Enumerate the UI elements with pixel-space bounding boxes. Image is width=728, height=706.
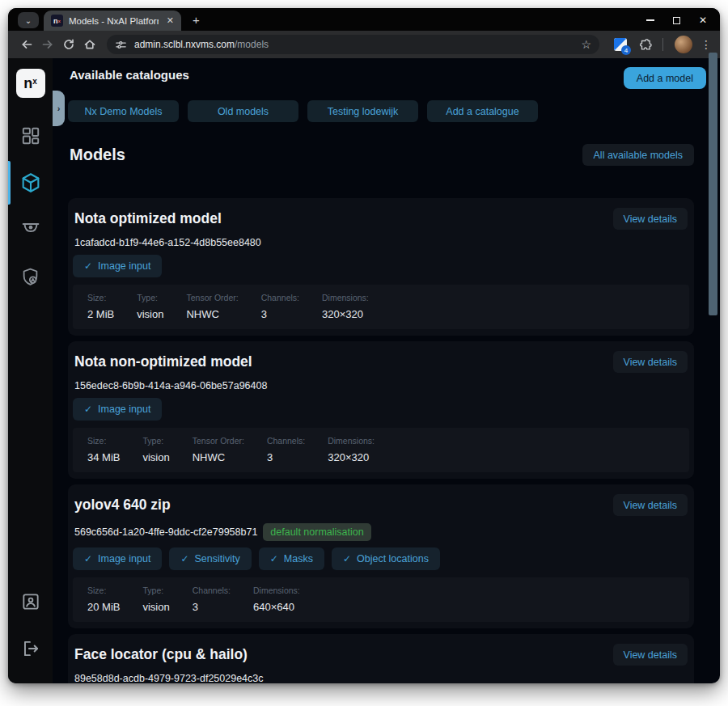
- chip-label: Image input: [98, 260, 150, 272]
- spec-value: 640×640: [253, 601, 300, 613]
- check-icon: ✓: [84, 260, 92, 272]
- spec-label: Type:: [137, 293, 163, 302]
- spec-column: Tensor Order:NHWC: [186, 293, 238, 320]
- catalogue-button[interactable]: Testing lodewijk: [307, 100, 418, 122]
- extension-icon[interactable]: 4: [612, 36, 629, 53]
- model-uuid: 569c656d-1a20-4ffe-9ddc-cf2e79958b71: [74, 526, 257, 538]
- spec-label: Dimensions:: [322, 293, 369, 302]
- window-minimize-button[interactable]: [646, 19, 654, 21]
- spec-label: Type:: [142, 586, 169, 595]
- model-title: yolov4 640 zip: [74, 497, 171, 514]
- extensions-puzzle-icon[interactable]: [635, 34, 656, 55]
- home-icon[interactable]: [79, 34, 100, 55]
- check-icon: ✓: [84, 553, 92, 564]
- spec-column: Type:vision: [142, 436, 169, 463]
- site-settings-icon[interactable]: [115, 39, 127, 51]
- models-title: Models: [70, 146, 125, 164]
- normalisation-badge: default normalisation: [263, 523, 370, 541]
- catalogue-button[interactable]: Nx Demo Models: [68, 100, 179, 122]
- spec-column: Size:34 MiB: [87, 436, 120, 463]
- capability-chip[interactable]: ✓Object locations: [332, 547, 440, 570]
- capability-chip[interactable]: ✓Image input: [73, 255, 162, 277]
- sidebar-item-account[interactable]: [8, 578, 53, 625]
- sidebar-item-cameras[interactable]: [8, 206, 53, 253]
- view-details-button[interactable]: View details: [613, 351, 688, 373]
- spec-value: 3: [261, 308, 299, 320]
- check-icon: ✓: [343, 553, 351, 564]
- tab-search-button[interactable]: ⌄: [18, 12, 39, 28]
- model-title: Nota non-optimized model: [74, 353, 252, 370]
- spec-label: Size:: [87, 436, 120, 446]
- sidebar-item-logout[interactable]: [8, 625, 53, 672]
- catalogue-buttons-row: Nx Demo ModelsOld modelsTesting lodewijk…: [68, 100, 694, 122]
- window-maximize-button[interactable]: [673, 17, 680, 24]
- url-bar[interactable]: admin.sclbl.nxvms.com/models ☆: [107, 35, 599, 54]
- model-card: Face locator (cpu & hailo) View details …: [68, 634, 694, 683]
- reload-icon[interactable]: [58, 34, 79, 55]
- spec-strip: Size:2 MiBType:visionTensor Order:NHWCCh…: [73, 285, 689, 329]
- browser-window: ⌄ nx Models - NxAI Platform ✕ + ✕ adm: [8, 8, 720, 683]
- nx-logo[interactable]: nx: [16, 69, 45, 98]
- model-card: Nota non-optimized model View details 15…: [68, 341, 694, 479]
- spec-strip: Size:20 MiBType:visionChannels:3Dimensio…: [73, 577, 689, 622]
- chip-label: Object locations: [357, 553, 429, 564]
- spec-value: 3: [193, 601, 231, 613]
- bookmark-star-icon[interactable]: ☆: [581, 38, 591, 51]
- browser-tab[interactable]: nx Models - NxAI Platform ✕: [44, 11, 181, 31]
- sidebar-item-dashboard[interactable]: [8, 112, 53, 159]
- new-tab-button[interactable]: +: [193, 13, 200, 27]
- spec-value: 3: [267, 451, 305, 463]
- spec-column: Channels:3: [267, 436, 305, 463]
- view-details-button[interactable]: View details: [613, 208, 688, 230]
- main-content: Available catalogues Add a model Nx Demo…: [53, 58, 720, 683]
- view-details-button[interactable]: View details: [613, 494, 688, 516]
- spec-value: vision: [142, 451, 169, 463]
- model-cards-list: Nota optimized model View details 1cafad…: [68, 198, 694, 683]
- spec-value: 20 MiB: [87, 601, 120, 613]
- spec-label: Tensor Order:: [186, 293, 238, 302]
- profile-avatar[interactable]: [675, 36, 692, 53]
- capability-chip[interactable]: ✓Image input: [73, 547, 162, 570]
- capability-chip[interactable]: ✓Image input: [73, 398, 162, 421]
- spec-value: NHWC: [186, 308, 238, 320]
- sidebar-item-models[interactable]: [8, 159, 53, 206]
- add-model-button[interactable]: Add a model: [624, 67, 706, 89]
- check-icon: ✓: [270, 553, 278, 564]
- toolbar-divider: [662, 38, 663, 51]
- view-details-button[interactable]: View details: [613, 644, 688, 666]
- tab-strip: ⌄ nx Models - NxAI Platform ✕ + ✕: [8, 8, 720, 31]
- dashboard-icon: [20, 125, 41, 146]
- model-uuid: 156edec8-6b9b-414a-a946-06be57a96408: [74, 380, 267, 391]
- sidebar-expand-handle[interactable]: ›: [53, 91, 65, 126]
- capability-chips: ✓Image input: [73, 255, 689, 277]
- spec-label: Dimensions:: [328, 436, 375, 446]
- forward-icon[interactable]: [37, 34, 58, 55]
- spec-value: 2 MiB: [87, 308, 114, 320]
- url-path: /models: [235, 39, 269, 50]
- spec-value: vision: [137, 308, 163, 320]
- all-available-models-button[interactable]: All available models: [582, 144, 694, 166]
- capability-chip[interactable]: ✓Masks: [259, 547, 324, 570]
- menu-kebab-icon[interactable]: ⋮: [700, 38, 712, 51]
- sidebar-item-security[interactable]: [8, 253, 53, 300]
- back-icon[interactable]: [16, 34, 37, 55]
- scrollbar-thumb[interactable]: [709, 53, 717, 315]
- chip-label: Image input: [98, 553, 150, 564]
- catalogues-title: Available catalogues: [70, 68, 189, 82]
- chip-label: Image input: [98, 404, 150, 415]
- active-indicator: [8, 161, 11, 205]
- window-close-button[interactable]: ✕: [699, 15, 707, 25]
- spec-column: Dimensions:320×320: [322, 293, 369, 320]
- catalogue-button[interactable]: Add a catalogue: [427, 100, 538, 122]
- spec-column: Dimensions:640×640: [253, 586, 300, 613]
- check-icon: ✓: [84, 404, 92, 415]
- spec-value: 320×320: [328, 451, 375, 463]
- spec-label: Channels:: [267, 436, 305, 446]
- spec-column: Channels:3: [261, 293, 299, 320]
- tab-close-icon[interactable]: ✕: [167, 15, 174, 26]
- catalogue-button[interactable]: Old models: [188, 100, 298, 122]
- spec-value: NHWC: [193, 451, 244, 463]
- capability-chip[interactable]: ✓Sensitivity: [169, 547, 251, 570]
- tab-title: Models - NxAI Platform: [69, 16, 159, 26]
- spec-label: Channels:: [193, 586, 231, 595]
